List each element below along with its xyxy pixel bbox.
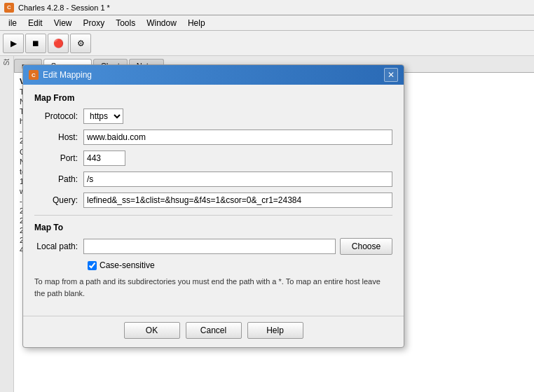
case-sensitive-label: Case-sensitive [100,260,155,270]
dialog-body: Map From Protocol: https http ftp [23,85,404,313]
app-title: Charles 4.2.8 - Session 1 * [18,4,110,12]
help-text: To map from a path and its subdirectorie… [34,276,392,299]
protocol-row: Protocol: https http ftp [34,108,392,124]
local-path-input[interactable] [83,239,336,254]
local-path-label: Local path: [34,241,83,251]
sidebar: St [0,56,14,392]
toolbar-btn-2[interactable]: ⏹ [25,34,46,53]
dialog-title: Edit Mapping [43,70,92,80]
port-input[interactable] [83,150,125,166]
choose-button[interactable]: Choose [340,238,392,255]
dialog-title-left: C Edit Mapping [29,70,92,80]
dialog-titlebar: C Edit Mapping ✕ [23,65,404,85]
toolbar-btn-1[interactable]: ▶ [3,34,24,53]
content-area: nse Summary Chart Notes Value TLSv1.2 No… [14,56,534,392]
port-row: Port: [34,150,392,166]
menu-file[interactable]: ile [3,17,22,29]
menu-edit[interactable]: Edit [22,17,48,29]
app-icon: C [4,3,14,13]
dialog-icon: C [29,70,39,80]
cancel-button[interactable]: Cancel [186,322,242,339]
menu-help[interactable]: Help [182,17,211,29]
port-label: Port: [34,153,83,163]
case-sensitive-row: Case-sensitive [88,260,392,270]
path-label: Path: [34,174,83,184]
menu-bar: ile Edit View Proxy Tools Window Help [0,15,534,31]
host-input[interactable] [83,130,392,145]
path-input[interactable] [83,172,392,187]
port-control [83,150,392,166]
menu-tools[interactable]: Tools [110,17,141,29]
menu-window[interactable]: Window [141,17,182,29]
case-sensitive-checkbox[interactable] [88,261,97,270]
query-label: Query: [34,195,83,205]
help-button[interactable]: Help [247,322,303,339]
menu-view[interactable]: View [48,17,78,29]
dialog-footer: OK Cancel Help [23,316,404,347]
local-path-inner-row: Choose [83,238,392,255]
sidebar-label: St [3,59,11,65]
protocol-label: Protocol: [34,111,83,121]
edit-mapping-dialog: C Edit Mapping ✕ Map From Protocol: htt [22,64,404,348]
local-path-control: Choose [83,238,392,255]
host-control [83,130,392,145]
toolbar: ▶ ⏹ 🔴 ⚙ [0,31,534,56]
query-control [83,192,392,208]
toolbar-btn-4[interactable]: ⚙ [70,34,91,53]
local-path-row: Local path: Choose [34,238,392,255]
dialog-overlay: C Edit Mapping ✕ Map From Protocol: htt [14,56,534,392]
ok-button[interactable]: OK [124,322,180,339]
dialog-close-button[interactable]: ✕ [384,68,398,82]
menu-proxy[interactable]: Proxy [78,17,111,29]
main-area: St nse Summary Chart Notes Value TLSv1.2… [0,56,534,392]
host-label: Host: [34,132,83,142]
toolbar-btn-3[interactable]: 🔴 [48,34,69,53]
host-row: Host: [34,130,392,145]
map-to-header: Map To [34,223,392,232]
map-from-header: Map From [34,93,392,103]
query-row: Query: [34,192,392,208]
path-control [83,172,392,187]
title-bar: C Charles 4.2.8 - Session 1 * [0,0,534,15]
path-row: Path: [34,172,392,187]
protocol-select[interactable]: https http ftp [83,108,123,124]
query-input[interactable] [83,192,392,208]
protocol-control: https http ftp [83,108,392,124]
section-separator [34,215,392,216]
